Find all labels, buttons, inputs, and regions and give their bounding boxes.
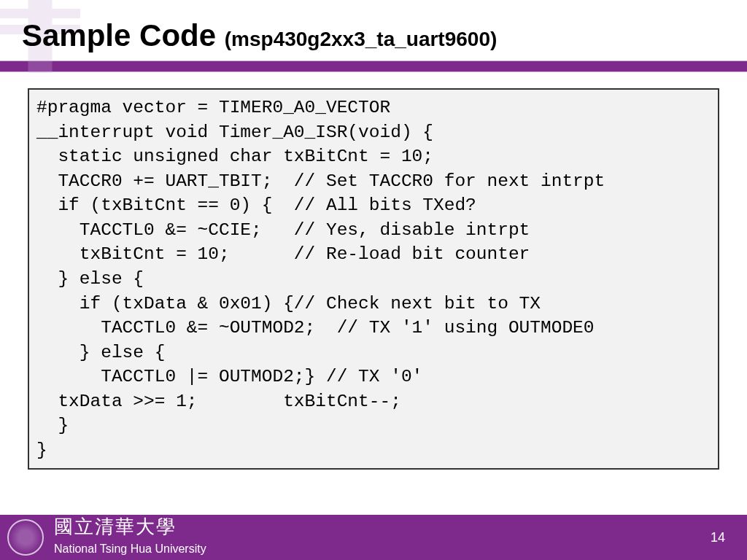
page-number: 14 [711, 530, 725, 545]
title-sub-text: (msp430g2xx3_ta_uart9600) [225, 28, 498, 50]
title-divider [0, 61, 747, 72]
university-name-en: National Tsing Hua University [54, 542, 206, 556]
title-main-text: Sample Code [22, 18, 225, 52]
slide-footer: 國立清華大學 National Tsing Hua University 14 [0, 515, 747, 560]
university-name-cn: 國立清華大學 [54, 514, 177, 540]
slide-title: Sample Code (msp430g2xx3_ta_uart9600) [0, 0, 747, 61]
code-content: #pragma vector = TIMER0_A0_VECTOR __inte… [36, 96, 711, 462]
university-seal-icon [7, 519, 44, 556]
code-block: #pragma vector = TIMER0_A0_VECTOR __inte… [28, 88, 719, 470]
